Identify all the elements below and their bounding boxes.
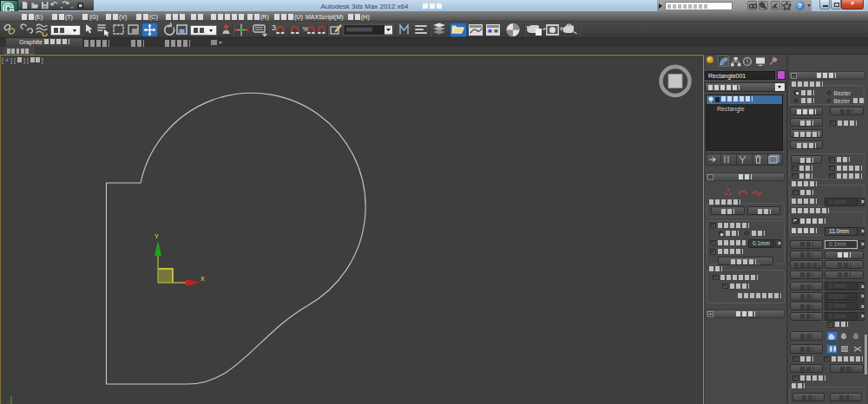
- svg-text:3: 3: [272, 23, 276, 32]
- svg-text:Y: Y: [155, 233, 159, 239]
- svg-text:X: X: [201, 276, 205, 282]
